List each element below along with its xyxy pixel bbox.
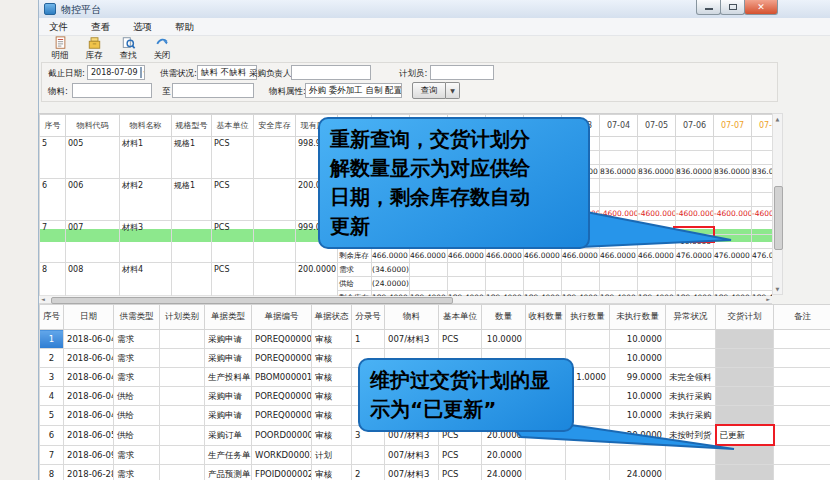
date-cell[interactable]: 836.0000 — [752, 165, 773, 179]
doc-type[interactable]: 生产投料单 — [205, 368, 252, 387]
maximize-button[interactable] — [720, 0, 745, 15]
date-cell[interactable] — [638, 137, 676, 151]
date[interactable]: 2018-06-04 — [64, 406, 114, 426]
date-cell[interactable] — [638, 179, 676, 193]
toolbar-detail-button[interactable]: 明细 — [43, 36, 77, 62]
date-cell[interactable] — [752, 193, 773, 207]
date-cell[interactable]: 836.0000 — [600, 165, 638, 179]
date-cell[interactable]: 836.0000 — [638, 165, 676, 179]
date-cell[interactable]: 466.0000 — [372, 249, 410, 263]
base-unit[interactable]: PCS — [212, 137, 254, 179]
close-button[interactable]: ✕ — [744, 0, 778, 15]
delivery-plan[interactable] — [716, 330, 774, 349]
unexecuted-qty[interactable]: 10.0000 — [610, 330, 666, 349]
note[interactable] — [774, 445, 830, 465]
date-cell[interactable]: 189.4000 — [562, 291, 600, 297]
date-cell[interactable] — [600, 263, 638, 277]
horizontal-scroll-thumb[interactable] — [51, 297, 453, 304]
date-cell[interactable] — [752, 235, 773, 249]
supply-demand-type[interactable]: 需求 — [114, 368, 160, 387]
date-cell[interactable]: 466.0000 — [448, 249, 486, 263]
material-code[interactable]: 007 — [66, 221, 120, 263]
supply-demand-type[interactable]: 需求 — [114, 465, 160, 480]
spec-model[interactable] — [172, 263, 212, 297]
buyer-input[interactable] — [291, 65, 371, 80]
delivery-plan[interactable] — [716, 368, 774, 387]
material-name[interactable]: 材料2 — [120, 179, 172, 221]
note[interactable] — [774, 330, 830, 349]
date-cell[interactable] — [676, 151, 714, 165]
date-cell[interactable]: 836.0000 — [714, 165, 752, 179]
date-cell[interactable] — [676, 179, 714, 193]
date-cell[interactable]: 466.0000 — [486, 249, 524, 263]
date-cell[interactable] — [638, 151, 676, 165]
unexecuted-qty[interactable]: 10.0000 — [610, 349, 666, 368]
row-no[interactable]: 7 — [40, 221, 66, 263]
date-cell[interactable]: 189.4000 — [638, 291, 676, 297]
date-cell[interactable] — [714, 179, 752, 193]
spec-model[interactable]: 规格1 — [172, 137, 212, 179]
material-code[interactable]: 005 — [66, 137, 120, 179]
date-cell[interactable] — [752, 263, 773, 277]
base-unit[interactable]: PCS — [439, 465, 482, 480]
onhand-stock[interactable]: 200.0000 — [296, 263, 338, 297]
note[interactable] — [774, 349, 830, 368]
date-cell[interactable] — [524, 263, 562, 277]
plan-category[interactable] — [160, 445, 205, 465]
supply-demand-type[interactable]: 需求 — [114, 349, 160, 368]
doc-type[interactable]: 采购订单 — [205, 425, 252, 445]
safety-stock[interactable] — [254, 221, 296, 263]
scroll-up-icon[interactable]: ▲ — [773, 116, 782, 122]
date-cell[interactable] — [562, 263, 600, 277]
row-no[interactable]: 7 — [40, 445, 64, 465]
doc-no[interactable]: FPOID000002 — [252, 465, 312, 480]
material[interactable]: 007/材料3 — [385, 445, 439, 465]
row-no[interactable]: 1 — [40, 330, 64, 349]
entry-no[interactable]: 1 — [352, 330, 385, 349]
date-cell[interactable]: 476.0000 — [752, 249, 773, 263]
date-cell[interactable] — [600, 277, 638, 291]
doc-type[interactable]: 生产任务单 — [205, 445, 252, 465]
date-cell[interactable] — [486, 277, 524, 291]
doc-type[interactable]: 产品预测单 — [205, 465, 252, 480]
minimize-button[interactable] — [696, 0, 721, 15]
abnormal-status[interactable]: 未完全领料 — [666, 368, 716, 387]
date-cell[interactable] — [524, 277, 562, 291]
toolbar-search-button[interactable]: 查找 — [111, 36, 145, 62]
date[interactable]: 2018-06-28 — [64, 465, 114, 480]
supply-status-field[interactable]: 缺料 不缺料 — [197, 65, 257, 80]
material-subrow[interactable]: 8008材料4PCS200.0000需求(34.6000) — [40, 263, 773, 277]
row-no[interactable]: 2 — [40, 349, 64, 368]
safety-stock[interactable] — [254, 263, 296, 297]
date-cell[interactable]: -4600.0000 — [752, 207, 773, 221]
material-code[interactable]: 006 — [66, 179, 120, 221]
base-unit[interactable]: PCS — [212, 263, 254, 297]
abnormal-status[interactable] — [666, 330, 716, 349]
document-row[interactable]: 82018-06-28需求产品预测单FPOID000002审核2007/材料3P… — [40, 465, 830, 480]
date[interactable]: 2018-06-09 — [64, 445, 114, 465]
row-no[interactable]: 4 — [40, 387, 64, 406]
note[interactable] — [774, 387, 830, 406]
doc-type[interactable]: 采购申请 — [205, 406, 252, 426]
material[interactable]: 007/材料3 — [385, 465, 439, 480]
doc-type[interactable]: 采购申请 — [205, 387, 252, 406]
material-to-input[interactable] — [172, 83, 254, 98]
date-cell[interactable] — [752, 151, 773, 165]
row-no[interactable]: 8 — [40, 263, 66, 297]
doc-no[interactable]: POREQ000001 — [252, 349, 312, 368]
delivery-plan[interactable] — [716, 349, 774, 368]
doc-no[interactable]: POREQ000001 — [252, 330, 312, 349]
toolbar-inventory-button[interactable]: 库存 — [77, 36, 111, 62]
date-cell[interactable]: 836.0000 — [676, 165, 714, 179]
top-table-vertical-scrollbar[interactable]: ▲ ▼ — [772, 113, 783, 295]
menu-help[interactable]: 帮助 — [165, 18, 204, 34]
query-dropdown-arrow[interactable]: ▼ — [446, 82, 460, 99]
menu-file[interactable]: 文件 — [39, 18, 78, 34]
date-cell[interactable] — [752, 221, 773, 235]
safety-stock[interactable] — [254, 137, 296, 179]
entry-no[interactable] — [352, 445, 385, 465]
note[interactable] — [774, 425, 830, 445]
date-cell[interactable]: 189.4000 — [600, 291, 638, 297]
date[interactable]: 2018-06-04 — [64, 368, 114, 387]
menu-options[interactable]: 选项 — [123, 18, 162, 34]
